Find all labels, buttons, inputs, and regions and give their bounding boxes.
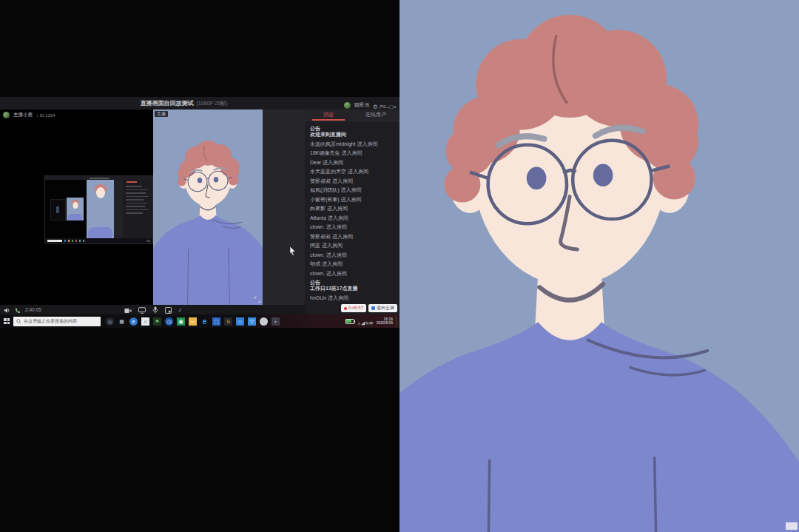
tray-icons: ∧◢✎中 [357,314,374,328]
call-timer: 2:40:05 [25,307,41,312]
chat-join-message: 警察叔叔 进入房间 [310,178,394,184]
cortana-taskbar-icon[interactable]: ◎ [106,317,114,326]
chat-join-message: 警察叔叔 进入房间 [310,234,394,240]
alarms-clock-taskbar-icon[interactable]: ◷ [165,317,173,326]
music-icon[interactable]: ♪ [178,306,181,314]
fullscreen-icon [371,306,375,310]
chat-tab[interactable]: 消息 [305,110,352,121]
presenter-desktop: 直播画面自回放测试(1080P·25帧) 观察员 ⚙↗≡–□× [0,0,400,532]
taskbar-app-icons: ◎▦e⌂⚑◷▣▭e▢S◇▽▪ [106,317,280,326]
gray-box-app-taskbar-icon[interactable]: ▪ [272,317,280,326]
task-view-taskbar-icon[interactable]: ▦ [118,317,126,326]
chat-join-message: clown. 进入房间 [310,271,394,277]
taskbar-clock[interactable]: 16:16 2020/6/16 [377,317,393,326]
meeting-control-bar: 2:40:05 [0,305,305,314]
microsoft-store-taskbar-icon[interactable]: ⌂ [141,317,149,326]
chat-join-message: 小窗帘(有事) 进入房间 [310,197,394,203]
chat-join-message: 水天蓝蓝的天空 进入房间 [310,169,394,175]
mini-chat-panel [123,180,152,238]
avatar-illustration-small [153,110,263,305]
chat-join-message: 白夜辉 进入房间 [310,206,394,212]
mouse-cursor-icon [289,246,296,259]
mini-gap [114,180,123,238]
chat-join-message: 永远的风景midnight 进入房间 [310,141,394,147]
chat-tab[interactable]: 在线用户 [352,110,400,121]
taskbar-search-input[interactable]: 在这里输入你要搜索的内容 [13,317,101,326]
record-timer-button[interactable]: 0:45:57 [341,304,366,312]
window-title-suffix: (1080P·25帧) [196,101,227,106]
window-title: 直播画面自回放测试(1080P·25帧) [140,99,227,107]
host-name-label: 主播小鹿 [13,112,33,118]
gold-s-app-taskbar-icon[interactable]: S [224,317,232,326]
exit-fullscreen-button[interactable]: 退出全屏 [368,304,397,312]
chat-join-message: Dear 进入房间 [310,160,394,166]
expand-icon[interactable] [254,297,260,303]
green-app-taskbar-icon[interactable]: ▣ [177,317,185,326]
window-titlebar[interactable]: 直播画面自回放测试(1080P·25帧) 观察员 ⚙↗≡–□× [0,97,400,110]
chat-join-message: 阿蓝 进入房间 [310,243,394,249]
mini-taskbar [45,238,152,243]
watermark-corner [786,522,798,530]
round-gray-app-taskbar-icon[interactable] [260,317,268,326]
live-app-window: 直播画面自回放测试(1080P·25帧) 观察员 ⚙↗≡–□× [0,97,400,314]
chat-notice: 公告欢迎来到直播间 [310,126,394,138]
user-name-label: 观察员 [354,101,369,109]
edge-browser-taskbar-icon[interactable]: e [129,317,138,326]
blue-app-2-taskbar-icon[interactable]: ▽ [248,317,256,326]
chat-panel: 消息在线用户 公告欢迎来到直播间永远的风景midnight 进入房间18K镜像先… [305,110,400,314]
blue-window-app-taskbar-icon[interactable]: ▢ [212,317,220,326]
chat-join-message: 明成 进入房间 [310,261,394,267]
edge-browser-2-taskbar-icon[interactable]: e [200,317,209,326]
chat-notice: 公告工作日13至17点直播 [310,280,394,292]
controlbar-icons: ♪ [124,305,181,314]
blue-app-1-taskbar-icon[interactable]: ◇ [236,317,244,326]
shared-screen-video[interactable]: 主播小鹿 ♪ ID 1254 [0,110,153,305]
chat-join-message: clown. 进入房间 [310,252,394,258]
mini-video-area [45,180,87,238]
flag-app-taskbar-icon[interactable]: ⚑ [153,317,161,326]
record-dot-icon [344,307,347,310]
screen: 直播画面自回放测试(1080P·25帧) 观察员 ⚙↗≡–□× [0,0,799,532]
chat-tabs: 消息在线用户 [305,110,400,121]
chat-join-message: Atlanta 进入房间 [310,215,394,221]
start-button[interactable] [0,314,13,328]
windows-taskbar: 在这里输入你要搜索的内容 ◎▦e⌂⚑◷▣▭e▢S◇▽▪ ∧◢✎中 16:16 2… [0,314,400,328]
side-gap-panel [263,110,305,305]
chat-footer-buttons: 0:45:57 退出全屏 [341,304,397,312]
speaker-name-tag: 主播 [155,111,168,117]
windows-logo-icon [4,318,10,324]
chat-join-message: 如风(消防队) 进入房间 [310,187,394,193]
mini-avatar-panel [87,180,114,238]
system-tray: ∧◢✎中 16:16 2020/6/16 [345,314,400,328]
window-content: 主播小鹿 ♪ ID 1254 [0,110,400,314]
file-explorer-taskbar-icon[interactable]: ▭ [189,317,197,326]
mini-thumb-dark [50,199,66,220]
chat-join-message: 18K镜像先生 进入房间 [310,150,394,156]
user-avatar[interactable] [344,102,351,109]
avatar-illustration-large [400,0,799,532]
shared-screen-live-view [400,0,799,532]
main-area: 主播小鹿 ♪ ID 1254 [0,110,305,314]
show-desktop-button[interactable] [396,314,399,328]
battery-icon[interactable] [345,319,354,324]
camera-avatar-panel[interactable]: 主播 [153,110,263,305]
host-overlay: 主播小鹿 ♪ ID 1254 [3,112,55,118]
host-avatar [3,112,10,118]
host-badge: ♪ ID 1254 [36,113,55,118]
search-icon [16,319,21,324]
mini-thumb-avatar [67,198,84,220]
screen-share-preview-thumbnail[interactable] [44,175,153,244]
chat-join-message: clown. 进入房间 [310,224,394,230]
chat-join-message: hnGUn 进入房间 [310,295,394,301]
ime-indicator-icon[interactable]: 中 [369,321,374,326]
chat-message-list: 公告欢迎来到直播间永远的风景midnight 进入房间18K镜像先生 进入房间D… [305,121,400,314]
